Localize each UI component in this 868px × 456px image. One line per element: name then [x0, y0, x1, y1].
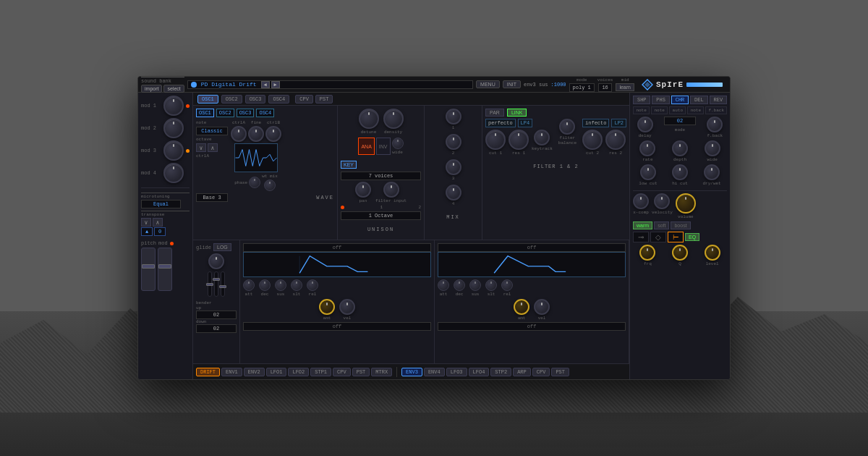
level-knob[interactable]	[705, 245, 720, 261]
ana-button[interactable]: ANA	[358, 138, 374, 155]
preset-prev[interactable]: ◀	[261, 81, 270, 88]
inv-button[interactable]: INV	[376, 138, 391, 155]
init-button[interactable]: INIT	[503, 80, 521, 88]
fine-knob[interactable]	[248, 126, 264, 142]
osc1-tab[interactable]: OSC1	[197, 95, 218, 104]
import-button[interactable]: import	[141, 85, 162, 93]
drift-tab[interactable]: DRIFT	[196, 368, 220, 376]
learn-button[interactable]: learn	[616, 83, 634, 91]
octave-down[interactable]: ∨	[196, 143, 206, 152]
fx-sub-note2[interactable]: note	[651, 106, 668, 114]
depth-knob[interactable]	[672, 140, 688, 156]
mod3-knob[interactable]	[163, 140, 184, 161]
glide-slider-2[interactable]	[214, 271, 218, 297]
res2-knob[interactable]	[605, 130, 626, 150]
preset-next[interactable]: ▶	[271, 81, 280, 88]
env2-vel-knob[interactable]	[534, 299, 550, 315]
env2-amt-knob[interactable]	[514, 299, 529, 315]
lowcut-knob[interactable]	[640, 164, 656, 180]
osc3-mix-knob[interactable]	[446, 159, 461, 175]
transpose-up[interactable]: ∧	[153, 218, 163, 227]
env1-vel-knob[interactable]	[339, 299, 355, 315]
routing-feedback[interactable]: ⊢	[668, 232, 684, 242]
cpv-bottom-tab[interactable]: CPV	[333, 368, 351, 376]
base-3-display[interactable]: Base 3	[196, 193, 228, 202]
keytrack-knob[interactable]	[534, 130, 550, 145]
env1-sus-knob[interactable]	[275, 279, 286, 291]
ctrlb-knob[interactable]	[265, 126, 281, 142]
env1-tab[interactable]: ENV1	[221, 368, 242, 376]
detune-knob[interactable]	[359, 109, 379, 129]
lfo2-tab[interactable]: LFO2	[288, 368, 309, 376]
osc4-mix-knob[interactable]	[446, 185, 461, 200]
pst2-bottom-tab[interactable]: PST	[551, 368, 569, 376]
env4-tab[interactable]: ENV4	[424, 368, 445, 376]
lfo4-tab[interactable]: LFO4	[469, 368, 490, 376]
osc4-tab[interactable]: OSC4	[268, 95, 289, 104]
boost-button[interactable]: boost	[671, 221, 690, 229]
env2-att-knob[interactable]	[438, 279, 449, 291]
osc1-mix-knob[interactable]	[446, 109, 461, 124]
par-button[interactable]: PAR	[485, 109, 504, 117]
hicut-knob[interactable]	[672, 164, 688, 180]
soft-button[interactable]: soft	[654, 221, 669, 229]
key-button[interactable]: KEY	[341, 161, 357, 169]
osc3-tab[interactable]: OSC3	[245, 95, 266, 104]
pan-knob[interactable]	[355, 182, 371, 198]
stp1-tab[interactable]: STP1	[310, 368, 331, 376]
stp2-tab[interactable]: STP2	[490, 368, 511, 376]
select-button[interactable]: select	[163, 85, 184, 93]
ctrla-knob[interactable]	[231, 126, 247, 142]
note-value[interactable]: Classic	[196, 127, 228, 135]
env1-slt-knob[interactable]	[291, 279, 302, 291]
routing-parallel[interactable]: ◇	[650, 232, 666, 242]
env2-dec-knob[interactable]	[454, 279, 465, 291]
osc1-display[interactable]: OSC1	[196, 109, 214, 117]
fx-sub-note3[interactable]: note	[687, 106, 704, 114]
chr-tab[interactable]: CHR	[671, 96, 689, 104]
density-knob[interactable]	[383, 109, 404, 129]
arp-tab[interactable]: ARP	[513, 368, 531, 376]
transpose-down[interactable]: ∨	[141, 218, 151, 227]
osc4-display[interactable]: OSC4	[256, 109, 274, 117]
octave-up[interactable]: ∧	[208, 143, 218, 152]
cut2-knob[interactable]	[582, 130, 603, 150]
osc2-tab[interactable]: OSC2	[221, 95, 242, 104]
routing-serial[interactable]: ⊸	[633, 232, 649, 242]
env3-tab[interactable]: ENV3	[401, 368, 422, 376]
env2-tab[interactable]: ENV2	[244, 368, 265, 376]
env1-amt-knob[interactable]	[319, 299, 335, 315]
pst-tab[interactable]: PST	[315, 95, 333, 104]
glide-slider-3[interactable]	[221, 271, 225, 297]
lfo3-tab[interactable]: LFO3	[446, 368, 467, 376]
warm-button[interactable]: warm	[633, 221, 652, 229]
env1-att-knob[interactable]	[243, 279, 255, 291]
frq-knob[interactable]	[639, 245, 655, 261]
menu-button[interactable]: MENU	[476, 80, 500, 88]
shp-tab[interactable]: SHP	[633, 96, 650, 104]
eq-button[interactable]: EQ	[685, 233, 699, 241]
env2-slt-knob[interactable]	[485, 279, 497, 291]
delay-knob[interactable]	[637, 117, 653, 132]
mod4-knob[interactable]	[163, 163, 184, 183]
mtrx-tab[interactable]: MTRX	[371, 368, 392, 376]
env2-rel-knob[interactable]	[501, 279, 513, 291]
log-button[interactable]: LOG	[213, 243, 231, 251]
rev-tab[interactable]: REV	[710, 96, 727, 104]
fx-mode-display[interactable]: 02	[664, 117, 696, 125]
fx-sub-auto[interactable]: auto	[669, 106, 686, 114]
pitch-strip[interactable]	[141, 248, 156, 291]
wt-mix-knob[interactable]	[264, 180, 276, 191]
phs-tab[interactable]: PHS	[652, 96, 669, 104]
osc2-display[interactable]: OSC2	[216, 109, 234, 117]
lfo1-tab[interactable]: LFO1	[266, 368, 287, 376]
fback-knob[interactable]	[707, 117, 723, 132]
fx-sub-fback[interactable]: f.back	[705, 106, 727, 114]
mod2-knob[interactable]	[163, 118, 184, 138]
res1-knob[interactable]	[509, 130, 529, 150]
env2-sus-knob[interactable]	[469, 279, 481, 291]
wide-knob[interactable]	[392, 138, 404, 149]
volume-knob[interactable]	[676, 193, 696, 214]
filter-input-knob[interactable]	[383, 182, 399, 198]
cpv-tab[interactable]: CPV	[295, 95, 313, 104]
